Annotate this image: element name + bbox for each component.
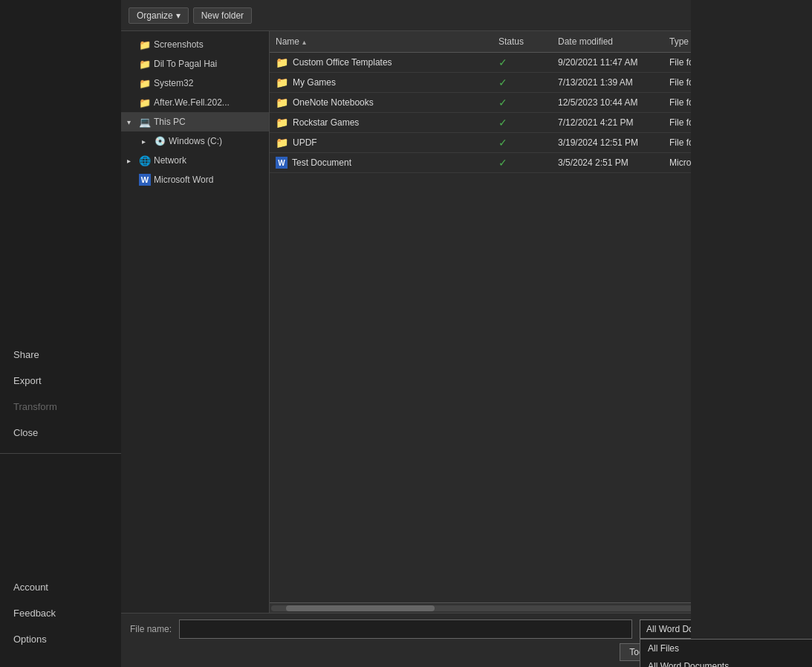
file-cell-date: 7/13/2021 1:39 AM	[552, 77, 663, 88]
file-cell-status: ✓	[493, 97, 552, 108]
sidebar-item-feedback[interactable]: Feedback	[0, 600, 121, 626]
nav-item-microsoft-word[interactable]: W Microsoft Word	[121, 170, 269, 189]
nav-item-dil-to-pagal-hai[interactable]: 📁 Dil To Pagal Hai	[121, 54, 269, 74]
file-cell-name: 📁 Custom Office Templates	[270, 56, 493, 68]
file-cell-status: ✓	[493, 117, 552, 128]
col-header-name[interactable]: Name ▴	[270, 34, 493, 49]
network-icon: 🌐	[139, 154, 151, 166]
word-backstage-sidebar: Share Export Transform Close Account Fee…	[0, 0, 121, 667]
file-cell-status: ✓	[493, 137, 552, 149]
file-cell-name: W Test Document	[270, 157, 493, 169]
folder-icon: 📁	[139, 58, 151, 70]
dropdown-option-all-word-docs[interactable]: All Word Documents	[640, 657, 812, 667]
sidebar-item-share[interactable]: Share	[0, 342, 121, 368]
sort-arrow-icon: ▴	[302, 38, 306, 46]
right-panel-content	[691, 0, 812, 15]
nav-item-windows-c[interactable]: ▸ 💿 Windows (C:)	[121, 131, 269, 151]
file-cell-status: ✓	[493, 157, 552, 169]
new-folder-button[interactable]: New folder	[193, 7, 252, 24]
folder-icon: 📁	[276, 97, 288, 108]
nav-item-this-pc[interactable]: ▾ 💻 This PC	[121, 112, 269, 131]
folder-icon: 📁	[276, 77, 288, 88]
sync-check-icon: ✓	[498, 117, 507, 128]
filetype-dropdown: All FilesAll Word DocumentsWord Document…	[640, 639, 812, 667]
file-cell-status: ✓	[493, 77, 552, 88]
nav-expand-arrow: ▾	[127, 118, 136, 126]
sidebar-item-close[interactable]: Close	[0, 420, 121, 446]
nav-item-system32[interactable]: 📁 System32	[121, 74, 269, 93]
col-header-status[interactable]: Status	[493, 34, 552, 49]
file-cell-date: 12/5/2023 10:44 AM	[552, 97, 663, 108]
nav-item-after-we-fell[interactable]: 📁 After.We.Fell.202...	[121, 93, 269, 112]
nav-item-network[interactable]: ▸ 🌐 Network	[121, 151, 269, 170]
nav-item-screenshots[interactable]: 📁 Screenshots	[121, 35, 269, 54]
nav-arrow: ▸	[142, 137, 151, 146]
sync-check-icon: ✓	[498, 157, 507, 169]
nav-arrow: ▸	[127, 157, 136, 165]
sync-check-icon: ✓	[498, 97, 507, 108]
pc-icon: 💻	[139, 116, 151, 128]
file-cell-status: ✓	[493, 56, 552, 68]
file-cell-name: 📁 OneNote Notebooks	[270, 97, 493, 108]
filename-label: File name:	[130, 624, 172, 634]
sidebar-item-options[interactable]: Options	[0, 626, 121, 652]
drive-icon: 💿	[154, 135, 166, 147]
right-panel	[691, 0, 812, 667]
sync-check-icon: ✓	[498, 137, 507, 149]
sidebar-item-transform: Transform	[0, 394, 121, 420]
scroll-thumb[interactable]	[286, 605, 435, 611]
col-header-date[interactable]: Date modified	[552, 34, 663, 49]
organize-arrow-icon: ▾	[176, 10, 181, 21]
word-icon: W	[139, 174, 151, 186]
sync-check-icon: ✓	[498, 56, 507, 68]
filename-input[interactable]	[179, 619, 632, 639]
nav-tree: 📁 Screenshots 📁 Dil To Pagal Hai 📁 Syste…	[121, 31, 270, 613]
file-cell-name: 📁 UPDF	[270, 137, 493, 149]
folder-icon: 📁	[276, 117, 288, 128]
file-cell-date: 3/19/2024 12:51 PM	[552, 137, 663, 148]
file-cell-date: 7/12/2021 4:21 PM	[552, 117, 663, 128]
sidebar-menu: Share Export Transform Close	[0, 0, 121, 574]
sidebar-bottom: Account Feedback Options	[0, 574, 121, 667]
dropdown-option-all-files[interactable]: All Files	[640, 640, 812, 657]
sync-check-icon: ✓	[498, 77, 507, 88]
folder-icon: 📁	[139, 97, 151, 108]
folder-icon: 📁	[139, 39, 151, 51]
folder-icon: 📁	[276, 56, 288, 68]
file-cell-date: 9/20/2021 11:47 AM	[552, 57, 663, 68]
sidebar-item-account[interactable]: Account	[0, 574, 121, 600]
file-cell-date: 3/5/2024 2:51 PM	[552, 157, 663, 168]
folder-icon: 📁	[139, 77, 151, 89]
organize-button[interactable]: Organize ▾	[129, 7, 189, 24]
folder-icon: 📁	[276, 137, 288, 149]
file-cell-name: 📁 Rockstar Games	[270, 117, 493, 128]
sidebar-item-export[interactable]: Export	[0, 368, 121, 394]
file-cell-name: 📁 My Games	[270, 77, 493, 88]
